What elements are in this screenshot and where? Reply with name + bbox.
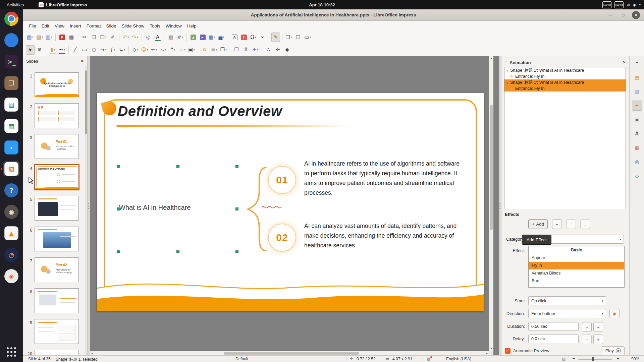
crop-image-button[interactable]: # [241, 45, 250, 55]
cut-button[interactable]: ✂ [80, 33, 89, 42]
selection-handle[interactable] [176, 250, 179, 253]
slide-thumbnail-row-9[interactable]: 9 [23, 318, 85, 349]
slide-thumbnail[interactable]: Applications of Artificial Intelligence … [35, 72, 79, 97]
slide-thumbnail[interactable] [35, 227, 79, 251]
flowchart-shapes-button[interactable]: ▱▾ [159, 45, 168, 55]
ellipse-button[interactable]: ○ [90, 45, 98, 55]
select-button[interactable]: ➤ [26, 45, 35, 55]
selection-handle[interactable] [235, 250, 238, 253]
dropdown-arrow-icon[interactable]: ▾ [194, 49, 195, 51]
scroll-right-icon[interactable]: ► [486, 352, 488, 355]
dropdown-arrow-icon[interactable]: ▾ [42, 36, 43, 39]
copy-button[interactable]: ❐ [90, 33, 98, 42]
slide-thumbnail[interactable]: Definition and Overview [35, 165, 79, 190]
vnc-indicator-1[interactable]: X11 vnc [602, 1, 611, 8]
fill-color-button[interactable]: ▮▾ [48, 45, 57, 55]
delay-increase-button[interactable]: + [593, 335, 603, 344]
dropdown-arrow-icon[interactable]: ▾ [310, 36, 311, 39]
menu-slide-show[interactable]: Slide Show [119, 22, 147, 30]
item-text-2[interactable]: AI can analyze vast amounts of data, ide… [304, 221, 465, 250]
block-arrows-button[interactable]: ⇐▾ [150, 45, 158, 55]
toggle-extrusion-button[interactable]: ◆ [283, 45, 291, 55]
redo-button[interactable]: ↷▾ [131, 33, 140, 42]
insert-text-box-button[interactable]: A [230, 33, 239, 42]
duplicate-slide-button[interactable]: ❑ [294, 33, 303, 42]
duration-increase-button[interactable]: + [593, 322, 603, 332]
sidebar-tab-slide-transition[interactable]: ▧ [632, 86, 642, 97]
slide-thumbnail[interactable]: Part 01Introduction to AI in Healthcare [35, 134, 79, 159]
zoom-out-button[interactable]: − [572, 356, 575, 361]
dropdown-arrow-icon[interactable]: ▾ [182, 36, 183, 39]
panel-grip-icon[interactable]: ∷ [505, 60, 507, 65]
dock-messaging-app[interactable] [3, 33, 19, 48]
sidebar-tab-navigator[interactable]: ◎ [632, 157, 642, 167]
window-titlebar[interactable]: Applications of Artificial Intelligence … [23, 9, 644, 21]
delay-field[interactable]: 0.0 sec [528, 335, 579, 343]
insert-line-button[interactable]: ╱ [71, 45, 79, 55]
item-number-badge-2[interactable]: 02 [268, 224, 296, 252]
lines-and-arrows-button[interactable]: →▾ [99, 45, 108, 55]
dock-vscode[interactable]: ‹ [3, 140, 19, 155]
zoom-and-pan-button[interactable]: ⊕ [35, 45, 44, 55]
slide-thumbnail-row-6[interactable]: 6 [23, 225, 85, 256]
item-number-badge-1[interactable]: 01 [268, 166, 296, 194]
rectangle-button[interactable]: ▭ [80, 45, 89, 55]
slide-editing-area[interactable]: Definition and Overview What is AI in He… [97, 93, 484, 311]
insert-fontwork-button[interactable]: T [239, 33, 248, 42]
dropdown-arrow-icon[interactable]: ▾ [105, 49, 107, 51]
zoom-slider[interactable] [578, 359, 612, 360]
spelling-button[interactable]: A [153, 33, 162, 42]
duration-field[interactable]: 0.50 sec [528, 322, 579, 331]
dock-ubuntu-software[interactable]: ◈ [3, 268, 19, 284]
activities-button[interactable]: Activities [7, 2, 24, 7]
export-pdf-button[interactable]: P [58, 33, 66, 42]
dock-libreoffice-impress[interactable]: ▧ [3, 161, 19, 176]
dropdown-arrow-icon[interactable]: ▾ [257, 49, 259, 51]
dropdown-arrow-icon[interactable]: ▾ [165, 49, 166, 51]
dropdown-arrow-icon[interactable]: ▾ [216, 49, 217, 51]
dock-vlc[interactable]: ▲ [3, 226, 19, 241]
dropdown-arrow-icon[interactable]: ▾ [214, 36, 215, 39]
clone-formatting-button[interactable]: ✐ [108, 33, 117, 42]
menu-file[interactable]: File [26, 22, 39, 30]
dropdown-arrow-icon[interactable]: ▾ [114, 49, 115, 51]
item-text-1[interactable]: AI in healthcare refers to the use of al… [304, 159, 465, 198]
add-effect-button[interactable]: +Add [528, 219, 548, 229]
dropdown-arrow-icon[interactable]: ▾ [184, 49, 185, 51]
effect-options-button[interactable]: ◆ [609, 309, 620, 318]
find-and-replace-button[interactable]: ◎ [144, 33, 153, 42]
dropdown-arrow-icon[interactable]: ▾ [32, 36, 34, 39]
dock-files[interactable]: ❒ [3, 75, 19, 90]
slide-thumbnail-row-1[interactable]: 1Applications of Artificial Intelligence… [23, 71, 85, 102]
slides-scrollbar[interactable] [85, 66, 87, 355]
basic-shapes-button[interactable]: ◇▾ [131, 45, 140, 55]
vertical-scrollbar[interactable]: ▲ ▼ [489, 56, 493, 351]
selection-handle[interactable] [117, 165, 120, 168]
menu-edit[interactable]: Edit [39, 22, 52, 30]
panel-splitter-right[interactable] [499, 56, 501, 355]
scroll-left-icon[interactable]: ◄ [91, 352, 93, 355]
line-color-button[interactable]: ✒▾ [58, 45, 66, 55]
menu-window[interactable]: Window [163, 22, 184, 30]
play-button[interactable]: Play ▶ [602, 346, 625, 355]
menu-insert[interactable]: Insert [67, 22, 84, 30]
selection-handle[interactable] [235, 207, 238, 210]
dropdown-arrow-icon[interactable]: ▾ [255, 36, 256, 39]
dock-libreoffice-calc[interactable]: ▦ [3, 118, 19, 133]
menu-view[interactable]: View [52, 22, 67, 30]
dock-help[interactable]: ? [3, 183, 19, 198]
maximize-button[interactable]: □ [619, 11, 627, 19]
3d-objects-button[interactable]: ▣▾ [187, 45, 196, 55]
connectors-button[interactable]: ∟▾ [118, 45, 126, 55]
slide-thumbnail[interactable]: 目录 [35, 103, 79, 128]
display-grid-button[interactable]: ▦ [166, 33, 175, 42]
sidebar-tab-properties[interactable]: ▤ [632, 72, 642, 82]
dock-firefox[interactable]: ◔ [3, 247, 19, 262]
new-presentation-button[interactable]: ▤▾ [26, 33, 35, 42]
insert-image-button[interactable]: ▲ [189, 33, 198, 42]
effect-option-appear[interactable]: Appear [529, 254, 624, 262]
dock-libreoffice-writer[interactable]: ▤ [3, 97, 19, 112]
snap-guides-button[interactable]: #▾ [176, 33, 184, 42]
open-file-button[interactable]: ▨▾ [35, 33, 44, 42]
slide-thumbnail-row-3[interactable]: 3Part 01Introduction to AI in Healthcare [23, 133, 85, 164]
